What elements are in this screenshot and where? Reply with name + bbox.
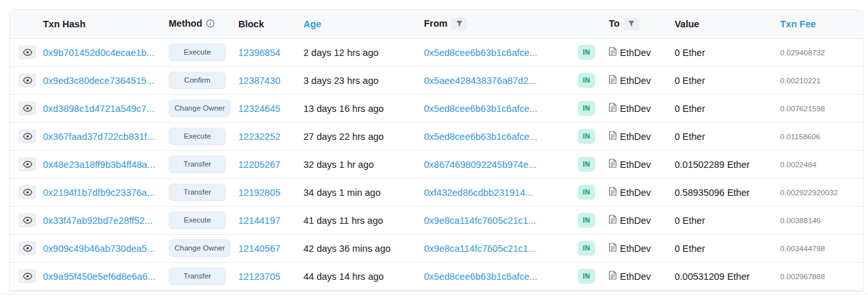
to-name-link[interactable]: EthDev xyxy=(620,215,651,226)
from-address-link[interactable]: 0xf432ed86cdbb231914... xyxy=(424,187,533,198)
header-txn-hash: Txn Hash xyxy=(43,10,169,38)
eye-preview-button[interactable] xyxy=(19,185,36,199)
from-address-link[interactable]: 0x5ed8cee6b63b1c6afce... xyxy=(424,48,537,58)
header-age-sort[interactable]: Age xyxy=(303,10,424,38)
to-name-link[interactable]: EthDev xyxy=(620,271,651,282)
age-text: 44 days 14 hrs ago xyxy=(303,271,384,282)
value-text: 0.01502289 Ether xyxy=(675,150,780,178)
contract-document-icon xyxy=(609,215,617,226)
header-txn-fee-sort[interactable]: Txn Fee xyxy=(780,10,864,38)
age-text: 3 days 23 hrs ago xyxy=(303,75,378,86)
method-badge: Execute xyxy=(169,44,226,62)
eye-preview-button[interactable] xyxy=(19,241,36,255)
page-bottom-divider xyxy=(0,293,868,300)
to-name-link[interactable]: EthDev xyxy=(620,131,651,142)
block-link[interactable]: 12123705 xyxy=(238,271,281,282)
age-text: 13 days 16 hrs ago xyxy=(303,103,384,114)
txn-fee-text: 0.007621598 xyxy=(780,94,864,122)
to-name-link[interactable]: EthDev xyxy=(620,243,651,254)
txn-fee-text: 0.01158606 xyxy=(780,122,864,150)
eye-preview-button[interactable] xyxy=(19,130,36,143)
value-text: 0 Ether xyxy=(675,234,780,262)
method-badge: Change Owner xyxy=(169,100,231,118)
method-badge: Transfer xyxy=(169,267,226,286)
contract-document-icon xyxy=(609,103,617,114)
txn-hash-link[interactable]: 0x909c49b46ab730dea5... xyxy=(43,243,155,254)
table-row: 0x48e23a18ff9b3b4ff48a... Transfer 12205… xyxy=(10,150,864,178)
block-link[interactable]: 12192805 xyxy=(238,187,281,198)
txn-fee-text: 0.0022484 xyxy=(780,150,864,178)
filter-funnel-icon[interactable] xyxy=(624,18,639,31)
header-to-label: To xyxy=(609,18,620,29)
block-link[interactable]: 12140567 xyxy=(238,243,281,254)
to-name-link[interactable]: EthDev xyxy=(620,103,651,114)
direction-in-badge: IN xyxy=(578,157,595,172)
info-circle-icon[interactable] xyxy=(206,19,215,30)
value-text: 0 Ether xyxy=(675,38,780,66)
txn-hash-link[interactable]: 0x9a95f450e5ef6d8e6a6... xyxy=(43,271,156,282)
table-row: 0x9a95f450e5ef6d8e6a6... Transfer 121237… xyxy=(10,262,864,290)
txn-hash-link[interactable]: 0x9b701452d0c4ecae1b... xyxy=(43,48,154,58)
from-address-link[interactable]: 0x5aee428438376a87d2... xyxy=(424,75,537,86)
direction-in-badge: IN xyxy=(578,73,595,88)
block-link[interactable]: 12144197 xyxy=(238,215,281,226)
value-text: 0 Ether xyxy=(675,206,780,234)
direction-in-badge: IN xyxy=(578,269,595,284)
from-address-link[interactable]: 0x5ed8cee6b63b1c6afce... xyxy=(424,103,537,114)
method-badge: Transfer xyxy=(169,184,226,202)
txn-hash-link[interactable]: 0x33f47ab92bd7e28ff52... xyxy=(43,215,152,226)
eye-preview-button[interactable] xyxy=(19,213,36,227)
header-eye-spacer xyxy=(10,10,43,38)
contract-document-icon xyxy=(609,187,617,198)
header-method-label: Method xyxy=(169,18,203,29)
block-link[interactable]: 12205267 xyxy=(238,159,281,170)
from-address-link[interactable]: 0x9e8ca114fc7605c21c1... xyxy=(424,215,536,226)
direction-in-badge: IN xyxy=(578,241,595,256)
to-name-link[interactable]: EthDev xyxy=(620,187,651,198)
txn-hash-link[interactable]: 0x9ed3c80dece7364515... xyxy=(43,75,154,86)
eye-preview-button[interactable] xyxy=(19,269,36,283)
table-row: 0x9b701452d0c4ecae1b... Execute 12396854… xyxy=(10,38,864,66)
method-badge: Execute xyxy=(169,211,226,230)
direction-in-badge: IN xyxy=(578,185,595,200)
method-badge: Execute xyxy=(169,128,226,146)
age-text: 32 days 1 hr ago xyxy=(303,159,374,170)
from-address-link[interactable]: 0x5ed8cee6b63b1c6afce... xyxy=(424,131,537,142)
header-value: Value xyxy=(675,10,780,38)
age-text: 34 days 1 min ago xyxy=(303,187,381,198)
from-address-link[interactable]: 0x5ed8cee6b63b1c6afce... xyxy=(424,271,537,282)
contract-document-icon xyxy=(609,243,617,254)
to-name-link[interactable]: EthDev xyxy=(620,48,651,58)
direction-in-badge: IN xyxy=(578,129,595,144)
filter-funnel-icon[interactable] xyxy=(451,18,467,31)
txn-hash-link[interactable]: 0x2194f1b7dfb9c23376a... xyxy=(43,187,155,198)
header-from-label: From xyxy=(424,18,447,29)
txn-fee-text: 0.002967888 xyxy=(780,262,864,290)
txn-hash-link[interactable]: 0xd3898c1d4721a549c7... xyxy=(43,103,154,114)
block-link[interactable]: 12396854 xyxy=(238,48,281,58)
eye-preview-button[interactable] xyxy=(19,102,36,115)
eye-preview-button[interactable] xyxy=(19,46,36,59)
txn-fee-text: 0.00388146 xyxy=(780,206,864,234)
contract-document-icon xyxy=(609,131,617,142)
txn-fee-text: 0.00210221 xyxy=(780,66,864,94)
to-name-link[interactable]: EthDev xyxy=(620,75,651,86)
eye-preview-button[interactable] xyxy=(19,157,36,171)
value-text: 0.00531209 Ether xyxy=(675,262,780,290)
block-link[interactable]: 12387430 xyxy=(238,75,281,86)
txn-hash-link[interactable]: 0x367faad37d722cb831f... xyxy=(43,131,155,142)
eye-preview-button[interactable] xyxy=(19,74,36,87)
header-to: To xyxy=(609,10,675,38)
txn-fee-text: 0.002922920032 xyxy=(780,178,864,206)
direction-in-badge: IN xyxy=(578,213,595,228)
block-link[interactable]: 12232252 xyxy=(238,131,281,142)
direction-in-badge: IN xyxy=(578,101,595,116)
from-address-link[interactable]: 0x9e8ca114fc7605c21c1... xyxy=(424,243,536,254)
from-address-link[interactable]: 0x8674698092245b974e... xyxy=(424,159,537,170)
value-text: 0 Ether xyxy=(675,94,780,122)
block-link[interactable]: 12324645 xyxy=(238,103,281,114)
to-name-link[interactable]: EthDev xyxy=(620,159,651,170)
txn-hash-link[interactable]: 0x48e23a18ff9b3b4ff48a... xyxy=(43,159,155,170)
header-direction-spacer xyxy=(578,10,609,38)
table-header-row: Txn Hash Method Block Age From To Value … xyxy=(10,10,864,38)
